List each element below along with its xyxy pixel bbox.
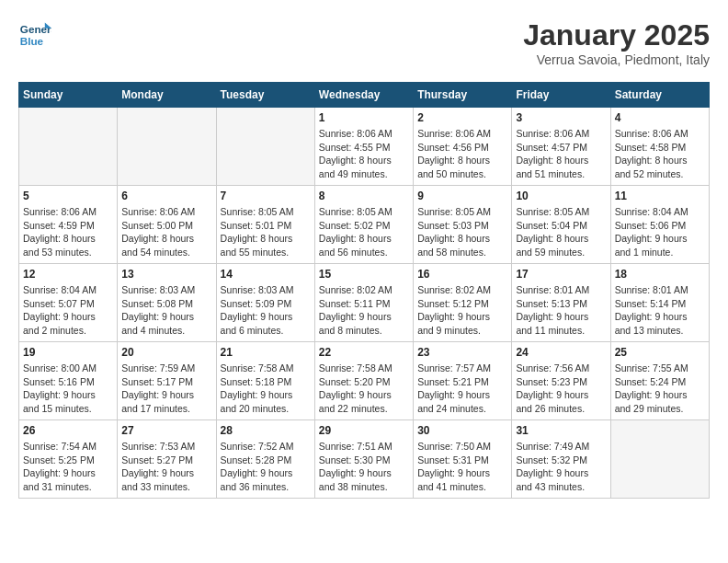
calendar-cell: 7Sunrise: 8:05 AMSunset: 5:01 PMDaylight… [216, 186, 314, 264]
day-info: Sunrise: 8:03 AMSunset: 5:08 PMDaylight:… [121, 283, 211, 338]
day-number: 1 [319, 111, 409, 124]
day-number: 13 [121, 268, 211, 281]
day-number: 9 [417, 190, 507, 202]
calendar-table: SundayMondayTuesdayWednesdayThursdayFrid… [18, 82, 710, 499]
day-info: Sunrise: 7:52 AMSunset: 5:28 PMDaylight:… [221, 440, 311, 494]
calendar-cell: 24Sunrise: 7:56 AMSunset: 5:23 PMDayligh… [512, 342, 610, 420]
calendar-cell: 25Sunrise: 7:55 AMSunset: 5:24 PMDayligh… [610, 342, 709, 420]
day-info: Sunrise: 8:06 AMSunset: 5:00 PMDaylight:… [121, 205, 211, 259]
title-block: January 2025 Verrua Savoia, Piedmont, It… [523, 18, 710, 67]
day-number: 6 [121, 190, 211, 202]
day-info: Sunrise: 7:54 AMSunset: 5:25 PMDaylight:… [23, 440, 113, 494]
day-number: 28 [221, 424, 311, 437]
month-title: January 2025 [523, 18, 710, 52]
day-info: Sunrise: 8:06 AMSunset: 4:55 PMDaylight:… [319, 127, 409, 181]
day-info: Sunrise: 8:03 AMSunset: 5:09 PMDaylight:… [221, 283, 311, 338]
day-header-sunday: Sunday [19, 83, 118, 108]
calendar-cell: 20Sunrise: 7:59 AMSunset: 5:17 PMDayligh… [118, 342, 216, 420]
day-info: Sunrise: 8:06 AMSunset: 4:57 PMDaylight:… [516, 127, 606, 181]
day-number: 30 [417, 424, 507, 437]
day-info: Sunrise: 8:04 AMSunset: 5:07 PMDaylight:… [23, 283, 113, 338]
day-header-monday: Monday [118, 83, 216, 108]
calendar-cell: 28Sunrise: 7:52 AMSunset: 5:28 PMDayligh… [216, 420, 314, 499]
day-info: Sunrise: 7:49 AMSunset: 5:32 PMDaylight:… [516, 440, 606, 494]
calendar-cell [216, 108, 314, 186]
calendar-cell: 18Sunrise: 8:01 AMSunset: 5:14 PMDayligh… [610, 264, 709, 342]
week-row-1: 1Sunrise: 8:06 AMSunset: 4:55 PMDaylight… [19, 108, 710, 186]
day-number: 12 [23, 268, 113, 281]
day-info: Sunrise: 7:51 AMSunset: 5:30 PMDaylight:… [319, 440, 409, 494]
day-header-friday: Friday [512, 83, 610, 108]
day-number: 2 [417, 111, 507, 124]
day-number: 19 [23, 346, 113, 359]
day-number: 25 [615, 346, 705, 359]
day-number: 15 [319, 268, 409, 281]
calendar-cell: 30Sunrise: 7:50 AMSunset: 5:31 PMDayligh… [414, 420, 512, 499]
day-info: Sunrise: 8:06 AMSunset: 4:58 PMDaylight:… [615, 127, 705, 181]
day-number: 18 [615, 268, 705, 281]
svg-text:Blue: Blue [20, 35, 44, 47]
calendar-cell: 26Sunrise: 7:54 AMSunset: 5:25 PMDayligh… [19, 420, 118, 499]
calendar-cell: 1Sunrise: 8:06 AMSunset: 4:55 PMDaylight… [314, 108, 413, 186]
day-number: 23 [417, 346, 507, 359]
day-number: 17 [516, 268, 606, 281]
day-number: 7 [221, 190, 311, 202]
day-info: Sunrise: 8:05 AMSunset: 5:02 PMDaylight:… [319, 205, 409, 259]
day-number: 11 [615, 190, 705, 202]
week-row-3: 12Sunrise: 8:04 AMSunset: 5:07 PMDayligh… [19, 264, 710, 342]
calendar-cell: 11Sunrise: 8:04 AMSunset: 5:06 PMDayligh… [610, 186, 709, 264]
day-number: 4 [615, 111, 705, 124]
day-number: 27 [121, 424, 211, 437]
calendar-cell [118, 108, 216, 186]
day-info: Sunrise: 8:06 AMSunset: 4:59 PMDaylight:… [23, 205, 113, 259]
day-info: Sunrise: 7:58 AMSunset: 5:20 PMDaylight:… [319, 362, 409, 416]
day-number: 14 [221, 268, 311, 281]
calendar-cell: 3Sunrise: 8:06 AMSunset: 4:57 PMDaylight… [512, 108, 610, 186]
calendar-cell: 17Sunrise: 8:01 AMSunset: 5:13 PMDayligh… [512, 264, 610, 342]
calendar-cell: 8Sunrise: 8:05 AMSunset: 5:02 PMDaylight… [314, 186, 413, 264]
calendar-cell: 27Sunrise: 7:53 AMSunset: 5:27 PMDayligh… [118, 420, 216, 499]
week-row-5: 26Sunrise: 7:54 AMSunset: 5:25 PMDayligh… [19, 420, 710, 499]
day-info: Sunrise: 8:01 AMSunset: 5:14 PMDaylight:… [615, 283, 705, 338]
day-info: Sunrise: 7:53 AMSunset: 5:27 PMDaylight:… [121, 440, 211, 494]
calendar-header-row: SundayMondayTuesdayWednesdayThursdayFrid… [19, 83, 710, 108]
day-info: Sunrise: 7:58 AMSunset: 5:18 PMDaylight:… [221, 362, 311, 416]
calendar-cell: 10Sunrise: 8:05 AMSunset: 5:04 PMDayligh… [512, 186, 610, 264]
calendar-cell: 9Sunrise: 8:05 AMSunset: 5:03 PMDaylight… [414, 186, 512, 264]
location-subtitle: Verrua Savoia, Piedmont, Italy [523, 52, 710, 67]
day-info: Sunrise: 7:57 AMSunset: 5:21 PMDaylight:… [417, 362, 507, 416]
calendar-cell: 22Sunrise: 7:58 AMSunset: 5:20 PMDayligh… [314, 342, 413, 420]
day-number: 5 [23, 190, 113, 202]
day-number: 31 [516, 424, 606, 437]
day-number: 24 [516, 346, 606, 359]
calendar-cell: 15Sunrise: 8:02 AMSunset: 5:11 PMDayligh… [314, 264, 413, 342]
day-info: Sunrise: 8:02 AMSunset: 5:12 PMDaylight:… [417, 283, 507, 338]
week-row-4: 19Sunrise: 8:00 AMSunset: 5:16 PMDayligh… [19, 342, 710, 420]
day-number: 21 [221, 346, 311, 359]
day-header-tuesday: Tuesday [216, 83, 314, 108]
day-info: Sunrise: 8:01 AMSunset: 5:13 PMDaylight:… [516, 283, 606, 338]
day-header-wednesday: Wednesday [314, 83, 413, 108]
calendar-cell: 29Sunrise: 7:51 AMSunset: 5:30 PMDayligh… [314, 420, 413, 499]
calendar-cell: 14Sunrise: 8:03 AMSunset: 5:09 PMDayligh… [216, 264, 314, 342]
day-header-saturday: Saturday [610, 83, 709, 108]
calendar-cell: 5Sunrise: 8:06 AMSunset: 4:59 PMDaylight… [19, 186, 118, 264]
calendar-cell: 21Sunrise: 7:58 AMSunset: 5:18 PMDayligh… [216, 342, 314, 420]
logo-icon: General Blue [18, 18, 51, 52]
day-number: 16 [417, 268, 507, 281]
calendar-cell: 12Sunrise: 8:04 AMSunset: 5:07 PMDayligh… [19, 264, 118, 342]
day-info: Sunrise: 7:55 AMSunset: 5:24 PMDaylight:… [615, 362, 705, 416]
day-info: Sunrise: 8:05 AMSunset: 5:04 PMDaylight:… [516, 205, 606, 259]
day-info: Sunrise: 8:02 AMSunset: 5:11 PMDaylight:… [319, 283, 409, 338]
day-number: 10 [516, 190, 606, 202]
day-info: Sunrise: 7:56 AMSunset: 5:23 PMDaylight:… [516, 362, 606, 416]
calendar-cell [610, 420, 709, 499]
day-info: Sunrise: 8:04 AMSunset: 5:06 PMDaylight:… [615, 205, 705, 259]
logo: General Blue [18, 18, 51, 52]
calendar-cell [19, 108, 118, 186]
day-info: Sunrise: 8:06 AMSunset: 4:56 PMDaylight:… [417, 127, 507, 181]
calendar-cell: 16Sunrise: 8:02 AMSunset: 5:12 PMDayligh… [414, 264, 512, 342]
day-header-thursday: Thursday [414, 83, 512, 108]
calendar-cell: 13Sunrise: 8:03 AMSunset: 5:08 PMDayligh… [118, 264, 216, 342]
day-info: Sunrise: 8:05 AMSunset: 5:03 PMDaylight:… [417, 205, 507, 259]
